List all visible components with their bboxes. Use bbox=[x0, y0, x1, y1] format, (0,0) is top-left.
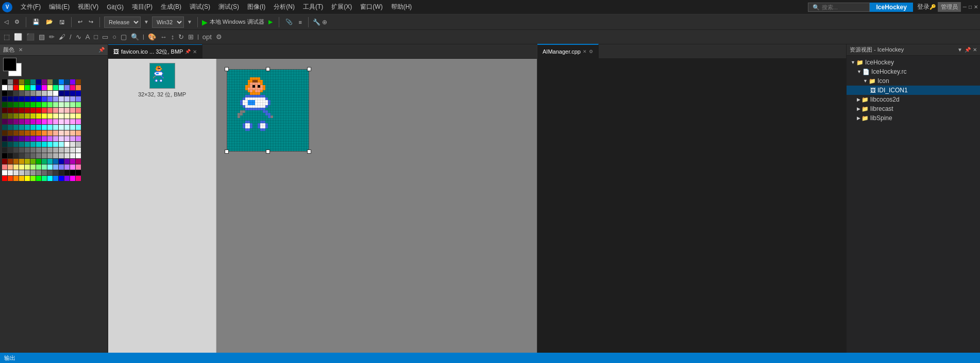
color-swatch[interactable] bbox=[70, 79, 75, 85]
color-swatch[interactable] bbox=[47, 136, 53, 141]
color-swatch[interactable] bbox=[47, 130, 53, 136]
color-swatch[interactable] bbox=[59, 153, 64, 158]
color-swatch[interactable] bbox=[70, 170, 75, 175]
image-tab-pin[interactable]: 📌 bbox=[185, 49, 191, 54]
tree-item-rc[interactable]: ▼ 📄 IceHockey.rc bbox=[847, 67, 980, 76]
color-swatch[interactable] bbox=[2, 130, 7, 136]
color-swatch[interactable] bbox=[2, 153, 7, 158]
color-swatch[interactable] bbox=[59, 119, 64, 124]
color-swatch[interactable] bbox=[76, 91, 81, 96]
color-swatch[interactable] bbox=[53, 142, 58, 147]
menu-git[interactable]: Git(G) bbox=[103, 3, 128, 12]
color-swatch[interactable] bbox=[53, 113, 58, 119]
color-swatch[interactable] bbox=[30, 176, 36, 181]
handle-tl[interactable] bbox=[225, 67, 229, 71]
save-btn[interactable]: 🖫 bbox=[57, 18, 67, 26]
color-swatch[interactable] bbox=[76, 79, 81, 85]
color-swatch[interactable] bbox=[64, 136, 70, 141]
color-swatch[interactable] bbox=[59, 91, 64, 96]
color-swatch[interactable] bbox=[13, 119, 19, 124]
color-swatch[interactable] bbox=[8, 170, 13, 175]
color-swatch[interactable] bbox=[25, 159, 30, 164]
color-swatch[interactable] bbox=[59, 159, 64, 164]
color-swatch[interactable] bbox=[25, 113, 30, 119]
color-swatch[interactable] bbox=[2, 113, 7, 119]
brush-btn[interactable]: 🖌 bbox=[57, 32, 67, 41]
color-swatch[interactable] bbox=[19, 136, 24, 141]
color-swatch[interactable] bbox=[70, 142, 75, 147]
color-swatch[interactable] bbox=[76, 142, 81, 147]
color-swatch[interactable] bbox=[59, 125, 64, 130]
color-swatch[interactable] bbox=[42, 170, 47, 175]
color-swatch[interactable] bbox=[8, 153, 13, 158]
color-swatch[interactable] bbox=[19, 153, 24, 158]
color-swatch[interactable] bbox=[19, 96, 24, 102]
canvas-area[interactable] bbox=[216, 59, 537, 353]
flip-v-btn[interactable]: ↕ bbox=[170, 32, 176, 41]
color-swatch[interactable] bbox=[53, 164, 58, 170]
color-swatch[interactable] bbox=[2, 91, 7, 96]
color-swatch[interactable] bbox=[30, 142, 36, 147]
color-swatch[interactable] bbox=[47, 153, 53, 158]
color-swatch[interactable] bbox=[76, 108, 81, 113]
color-swatch[interactable] bbox=[47, 108, 53, 113]
manage-button[interactable]: 管理员 bbox=[938, 2, 961, 12]
color-swatch[interactable] bbox=[30, 147, 36, 153]
color-swatch[interactable] bbox=[19, 159, 24, 164]
color-swatch[interactable] bbox=[2, 170, 7, 175]
color-swatch[interactable] bbox=[25, 136, 30, 141]
color-swatch[interactable] bbox=[59, 130, 64, 136]
resource-panel-close[interactable]: ✕ bbox=[973, 47, 977, 53]
color-swatch[interactable] bbox=[47, 147, 53, 153]
curve-btn[interactable]: ∿ bbox=[74, 32, 83, 41]
color-swatch[interactable] bbox=[64, 176, 70, 181]
main-pixel-canvas[interactable] bbox=[227, 69, 309, 152]
color-swatch[interactable] bbox=[36, 136, 41, 141]
code-tab-pin[interactable]: ✕ bbox=[583, 49, 587, 54]
color-swatch[interactable] bbox=[64, 113, 70, 119]
menu-extend[interactable]: 扩展(X) bbox=[327, 2, 356, 12]
color-swatch[interactable] bbox=[13, 125, 19, 130]
color-swatch[interactable] bbox=[30, 119, 36, 124]
fg-color-swatch[interactable] bbox=[3, 58, 16, 71]
color-swatch[interactable] bbox=[13, 113, 19, 119]
text-btn[interactable]: A bbox=[84, 32, 92, 41]
tree-item-librecast[interactable]: ▶ 📁 librecast bbox=[847, 104, 980, 113]
color-swatch[interactable] bbox=[30, 102, 36, 107]
color-swatch[interactable] bbox=[76, 113, 81, 119]
color-swatch[interactable] bbox=[36, 96, 41, 102]
color-swatch[interactable] bbox=[30, 130, 36, 136]
color-swatch[interactable] bbox=[19, 170, 24, 175]
image-tab[interactable]: 🖼 favicon.ico ... 32位, BMP 📌 ✕ bbox=[108, 44, 202, 58]
color-swatch[interactable] bbox=[36, 91, 41, 96]
color-swatch[interactable] bbox=[2, 164, 7, 170]
color-swatch[interactable] bbox=[59, 136, 64, 141]
color-swatch[interactable] bbox=[59, 79, 64, 85]
color-swatch[interactable] bbox=[2, 96, 7, 102]
color-swatch[interactable] bbox=[47, 164, 53, 170]
color-swatch[interactable] bbox=[47, 170, 53, 175]
flip-h-btn[interactable]: ↔ bbox=[159, 32, 168, 41]
color-picker-btn[interactable]: 🎨 bbox=[146, 32, 158, 41]
color-swatch[interactable] bbox=[19, 142, 24, 147]
color-swatch[interactable] bbox=[59, 164, 64, 170]
color-swatch[interactable] bbox=[42, 108, 47, 113]
color-swatch[interactable] bbox=[30, 164, 36, 170]
color-swatch[interactable] bbox=[8, 85, 13, 90]
handle-tc[interactable] bbox=[266, 67, 270, 71]
color-swatch[interactable] bbox=[30, 96, 36, 102]
color-swatch[interactable] bbox=[36, 85, 41, 90]
color-swatch[interactable] bbox=[70, 85, 75, 90]
color-swatch[interactable] bbox=[70, 159, 75, 164]
color-swatch[interactable] bbox=[59, 108, 64, 113]
color-swatch[interactable] bbox=[8, 164, 13, 170]
color-swatch[interactable] bbox=[64, 164, 70, 170]
color-swatch[interactable] bbox=[2, 159, 7, 164]
color-swatch[interactable] bbox=[25, 102, 30, 107]
tree-item-libspine[interactable]: ▶ 📁 libSpine bbox=[847, 113, 980, 123]
color-swatch[interactable] bbox=[36, 159, 41, 164]
color-swatch[interactable] bbox=[59, 147, 64, 153]
color-swatch[interactable] bbox=[25, 164, 30, 170]
color-swatch[interactable] bbox=[25, 108, 30, 113]
select-all-btn[interactable]: ⬜ bbox=[12, 32, 24, 41]
